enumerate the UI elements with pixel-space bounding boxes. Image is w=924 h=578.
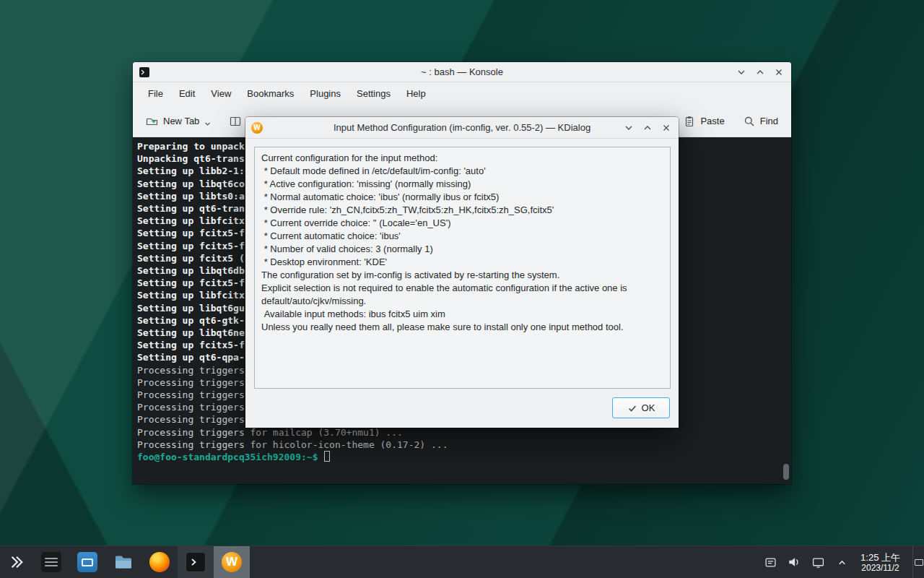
konsole-icon — [186, 552, 206, 572]
paste-label: Paste — [700, 116, 724, 126]
dialog-text-line: * Desktop environment: 'KDE' — [261, 256, 663, 269]
new-tab-button[interactable]: New Tab — [146, 116, 211, 127]
firefox-icon — [149, 552, 170, 572]
new-tab-dropdown-icon[interactable] — [204, 121, 211, 127]
app-launcher-icon[interactable] — [0, 546, 33, 578]
dialog-text-line: * Normal automatic choice: 'ibus' (norma… — [261, 191, 663, 204]
display-icon[interactable] — [808, 546, 827, 578]
notifications-icon[interactable] — [761, 546, 780, 578]
maximize-icon[interactable] — [754, 66, 767, 79]
find-label: Find — [760, 116, 778, 126]
kdialog-titlebar[interactable]: W Input Method Configuration (im-config,… — [245, 117, 679, 139]
check-icon — [627, 403, 637, 413]
digital-clock[interactable]: 1:25 上午 2023/11/2 — [860, 552, 900, 573]
dialog-text-line: * Active configuration: 'missing' (norma… — [261, 178, 663, 191]
menu-help[interactable]: Help — [398, 82, 434, 105]
dialog-text-line: * Override rule: 'zh_CN,fcitx5:zh_TW,fci… — [261, 204, 663, 217]
split-view-icon — [230, 116, 241, 127]
kdialog-title: Input Method Configuration (im-config, v… — [245, 122, 679, 133]
maximize-icon[interactable] — [641, 121, 654, 134]
menu-edit[interactable]: Edit — [171, 82, 203, 105]
paste-icon — [684, 116, 695, 127]
menu-bookmarks[interactable]: Bookmarks — [239, 82, 302, 105]
pager-icon — [41, 552, 61, 572]
taskbar-app-im-config[interactable]: W — [214, 546, 250, 578]
new-tab-icon — [146, 116, 158, 127]
dialog-text-frame: Current configuration for the input meth… — [254, 147, 671, 389]
show-desktop-button[interactable] — [912, 546, 924, 578]
dialog-text-line: Available input methods: ibus fcitx5 uim… — [261, 308, 663, 321]
dialog-text-line: Explicit selection is not required to en… — [261, 282, 663, 308]
search-icon — [744, 116, 755, 127]
dialog-text-line: Current configuration for the input meth… — [261, 152, 663, 165]
im-config-icon: W — [222, 552, 242, 572]
window-title: ~ : bash — Konsole — [133, 66, 791, 77]
show-desktop-icon — [915, 559, 923, 566]
konsole-titlebar[interactable]: ~ : bash — Konsole — [133, 62, 791, 82]
ok-label: OK — [642, 402, 655, 413]
menu-settings[interactable]: Settings — [349, 82, 398, 105]
konsole-app-icon — [139, 66, 150, 78]
minimize-icon[interactable] — [735, 66, 748, 79]
terminal-line: Processing triggers for mailcap (3.70+nm… — [137, 426, 788, 439]
taskbar-app-konsole[interactable] — [178, 546, 214, 578]
tray-expander-icon[interactable] — [832, 546, 851, 578]
desktop: ~ : bash — Konsole File Edit View Bookma… — [0, 0, 924, 578]
new-tab-label: New Tab — [163, 116, 199, 126]
paste-button[interactable]: Paste — [684, 116, 724, 127]
im-config-icon: W — [251, 122, 263, 134]
terminal-cursor — [324, 451, 330, 462]
taskbar-app-firefox[interactable] — [141, 546, 178, 578]
system-tray: 1:25 上午 2023/11/2 — [761, 546, 924, 578]
close-icon[interactable] — [660, 121, 673, 134]
close-icon[interactable] — [772, 66, 785, 79]
dialog-text-line: * Current automatic choice: 'ibus' — [261, 230, 663, 243]
menu-view[interactable]: View — [203, 82, 239, 105]
menu-file[interactable]: File — [140, 82, 171, 105]
clock-date: 2023/11/2 — [860, 563, 900, 573]
taskbar: W 1:25 上午 2023/11/2 — [0, 545, 924, 578]
terminal-prompt-line: foo@foo-standardpcq35ich92009:~$ — [137, 451, 788, 463]
terminal-line: Processing triggers for hicolor-icon-the… — [137, 439, 788, 451]
find-button[interactable]: Find — [744, 116, 778, 127]
dialog-text-line: * Current override choice: '' (Locale='e… — [261, 217, 663, 230]
dialog-text-line: Unless you really need them all, please … — [261, 321, 663, 334]
shell-prompt: foo@foo-standardpcq35ich92009:~$ — [137, 452, 318, 462]
ok-button[interactable]: OK — [612, 397, 670, 418]
taskbar-app-system[interactable] — [69, 546, 105, 578]
kdialog-window: W Input Method Configuration (im-config,… — [245, 117, 679, 428]
dialog-text-line: * Default mode defined in /etc/default/i… — [261, 165, 663, 178]
menu-plugins[interactable]: Plugins — [302, 82, 349, 105]
pager-widget[interactable] — [33, 546, 69, 578]
clock-time: 1:25 上午 — [860, 552, 900, 563]
volume-icon[interactable] — [785, 546, 803, 578]
folder-icon — [113, 552, 134, 572]
minimize-icon[interactable] — [622, 121, 635, 134]
konsole-menubar: File Edit View Bookmarks Plugins Setting… — [133, 82, 791, 105]
terminal-scrollbar[interactable] — [783, 464, 789, 480]
dialog-text-line: The configuration set by im-config is ac… — [261, 269, 663, 282]
taskbar-app-files[interactable] — [105, 546, 141, 578]
dialog-text-line: * Number of valid choices: 3 (normally 1… — [261, 243, 663, 256]
system-app-icon — [77, 552, 97, 572]
